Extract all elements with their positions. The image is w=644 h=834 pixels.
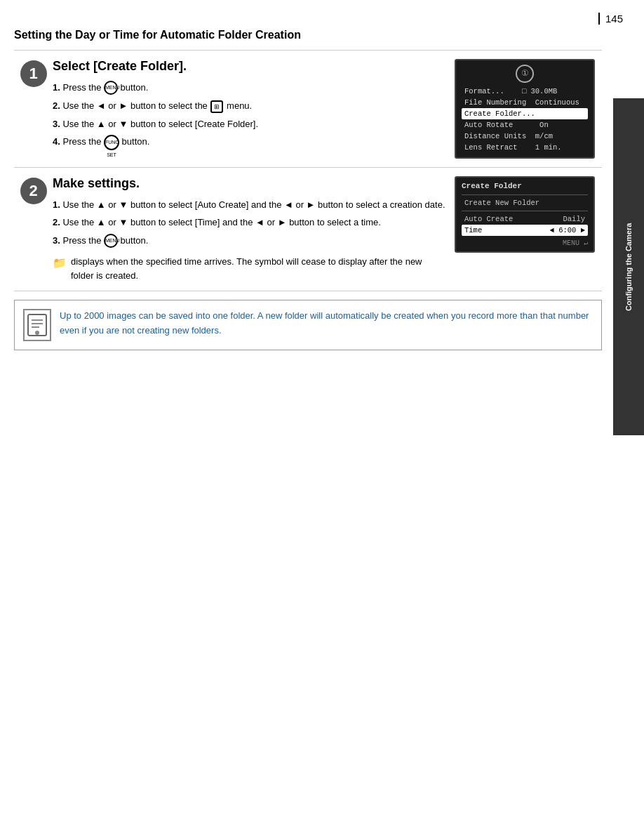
camera-screen-1: ① Format... □ 30.0MB File Numbering Cont…: [455, 59, 595, 159]
bullet-note: 📁 displays when the specified time arriv…: [53, 255, 446, 282]
step-2-instruction-1: 1. Use the ▲ or ▼ button to select [Auto…: [53, 198, 446, 212]
page-title: Setting the Day or Time for Automatic Fo…: [14, 28, 602, 43]
step-1-instruction-2: 2. Use the ◄ or ► button to select the ⊞…: [53, 99, 446, 113]
step-1-instruction-3: 3. Use the ▲ or ▼ button to select [Crea…: [53, 117, 446, 131]
note-icon: [23, 309, 51, 341]
step-2-heading: Make settings.: [53, 176, 446, 191]
menu-button-icon: MENU: [104, 81, 118, 95]
step-1-number: 1: [20, 60, 47, 87]
note-box: Up to 2000 images can be saved into one …: [14, 300, 602, 350]
folder-display-icon: 📁: [53, 255, 67, 272]
sidebar-label: Configuring the Camera: [613, 98, 644, 435]
screen2-divider-1: [462, 194, 588, 195]
step-2-row: 2 Make settings. 1. Use the ▲ or ▼ butto…: [14, 168, 602, 292]
screen2-auto-create: Auto Create Daily: [462, 213, 588, 225]
svg-point-4: [35, 331, 39, 335]
screen1-distance-units: Distance Units m/cm: [462, 131, 588, 142]
screen2-create-new-folder: Create New Folder: [462, 197, 588, 208]
camera-screen-2: Create Folder Create New Folder Auto Cre…: [455, 176, 595, 253]
step-2-content: Make settings. 1. Use the ▲ or ▼ button …: [53, 176, 602, 283]
step-1-row: 1 Select [Create Folder]. 1. Press the M…: [14, 51, 602, 168]
screen2-divider-2: [462, 211, 588, 211]
step-1-screen: ① Format... □ 30.0MB File Numbering Cont…: [455, 59, 595, 159]
note-text: Up to 2000 images can be saved into one …: [60, 309, 593, 338]
step-2-text-area: Make settings. 1. Use the ▲ or ▼ button …: [53, 176, 446, 283]
steps-container: 1 Select [Create Folder]. 1. Press the M…: [14, 50, 602, 292]
screen1-lens-retract: Lens Retract 1 min.: [462, 142, 588, 153]
page-number: 145: [598, 13, 623, 25]
step-2-instruction-3: 3. Press the MENU button.: [53, 234, 446, 249]
step-1-number-col: 1: [14, 59, 53, 159]
screen1-file-numbering: File Numbering Continuous: [462, 97, 588, 108]
step-2-number: 2: [20, 178, 47, 204]
menu-button-icon-2: MENU: [104, 234, 118, 248]
camera-top-circle: ①: [516, 65, 534, 83]
bullet-note-text: displays when the specified time arrives…: [71, 255, 446, 282]
screen1-format: Format... □ 30.0MB: [462, 86, 588, 97]
ft-menu-icon: ⊞: [210, 100, 223, 113]
screen1-auto-rotate: Auto Rotate On: [462, 119, 588, 131]
step-2-instruction-2: 2. Use the ▲ or ▼ button to select [Time…: [53, 216, 446, 230]
func-set-button-icon: FUNCSET: [104, 135, 119, 150]
screen1-create-folder: Create Folder...: [462, 108, 588, 119]
step-1-content: Select [Create Folder]. 1. Press the MEN…: [53, 59, 602, 159]
step-2-number-col: 2: [14, 176, 53, 283]
screen2-footer: MENU ↵: [462, 239, 588, 247]
step-1-instruction-1: 1. Press the MENU button.: [53, 81, 446, 95]
step-1-text-area: Select [Create Folder]. 1. Press the MEN…: [53, 59, 446, 159]
screen2-time: Time ◄ 6:00 ►: [462, 225, 588, 236]
step-2-screen: Create Folder Create New Folder Auto Cre…: [455, 176, 595, 283]
step-1-instruction-4: 4. Press the FUNCSET button.: [53, 135, 446, 150]
screen2-title: Create Folder: [462, 182, 588, 190]
step-1-heading: Select [Create Folder].: [53, 59, 446, 74]
